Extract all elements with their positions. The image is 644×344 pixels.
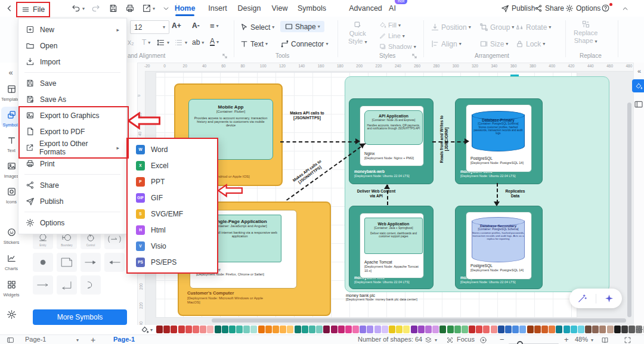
database-secondary-cylinder[interactable]: Database-Secondary [Container: PostgreSQ… [472, 217, 525, 262]
menu-item-export-to-pdf[interactable]: Export to PDF [18, 123, 126, 140]
rotate-button[interactable]: Rotate▾ [515, 23, 551, 32]
color-swatch[interactable] [367, 326, 373, 333]
submenu-item-visio[interactable]: VVisio [128, 238, 217, 254]
focus-label[interactable]: Focus [457, 336, 475, 343]
color-swatch[interactable] [527, 326, 534, 333]
fill-button[interactable]: Fill▾ [379, 21, 401, 29]
collapse-topbar-icon[interactable] [621, 5, 629, 13]
list-button[interactable]: ▾ [174, 38, 187, 47]
page-tab[interactable]: Page-1 [113, 336, 135, 343]
color-swatch[interactable] [338, 326, 345, 333]
color-swatch[interactable] [614, 326, 621, 333]
color-swatch[interactable] [200, 326, 206, 333]
color-swatch[interactable] [505, 326, 512, 333]
text-tool-button[interactable]: Text▾ [240, 39, 268, 48]
color-swatch[interactable] [229, 326, 236, 333]
arrow-right-symbol[interactable] [80, 253, 101, 272]
position-button[interactable]: Position▾ [431, 23, 471, 32]
submenu-item-html[interactable]: HHtml [128, 222, 217, 238]
text-effect-button[interactable]: T▾ [142, 38, 150, 47]
color-swatch[interactable] [389, 326, 395, 333]
submenu-item-excel[interactable]: XExcel [128, 157, 217, 173]
expand-font-group-icon[interactable] [222, 53, 228, 59]
color-swatch[interactable] [519, 326, 526, 333]
menu-item-print[interactable]: Print [18, 156, 126, 172]
help-icon[interactable] [601, 4, 610, 13]
color-swatch[interactable] [512, 326, 519, 333]
sidebar-item-widgets[interactable]: Widgets [0, 280, 23, 297]
color-swatch[interactable] [243, 326, 250, 333]
web-application-container[interactable]: Web Application [Container: Java + Sprin… [364, 218, 423, 254]
panels-icon[interactable] [634, 100, 643, 109]
color-swatch[interactable] [541, 326, 548, 333]
format-panel-button[interactable] [632, 79, 644, 92]
color-swatch[interactable] [287, 326, 293, 333]
increase-font-button[interactable]: A+ [172, 21, 181, 30]
color-swatch[interactable] [302, 326, 308, 333]
fill-caret-icon[interactable]: ▾ [150, 327, 153, 333]
shape-tool-button[interactable]: Shape▾ [280, 21, 324, 32]
zoom-in-button[interactable]: + [564, 335, 569, 344]
fullscreen-icon[interactable] [624, 336, 631, 344]
collapse-panel-icon[interactable]: « [7, 68, 15, 76]
color-swatch[interactable] [628, 326, 635, 333]
color-swatch[interactable] [215, 326, 221, 333]
menu-item-options[interactable]: Options [18, 215, 126, 231]
color-swatch[interactable] [483, 326, 490, 333]
fill-bucket-icon[interactable] [141, 326, 149, 334]
line-spacing-button[interactable]: ▾ [156, 38, 169, 47]
menu-item-new[interactable]: New▸ [18, 21, 126, 38]
submenu-item-ps-eps[interactable]: PSPS/EPS [128, 254, 217, 270]
color-swatch[interactable] [469, 326, 475, 333]
replace-shape-button[interactable]: Replace Shape ▾ [574, 20, 597, 44]
submenu-item-svg-emf[interactable]: SSVG/EMF [128, 206, 217, 222]
add-page-button[interactable]: + [91, 335, 95, 344]
color-swatch[interactable] [432, 326, 439, 333]
color-swatch[interactable] [280, 326, 286, 333]
subscript-button[interactable]: x₂ [128, 38, 134, 47]
color-swatch[interactable] [599, 326, 606, 333]
database-primary-cylinder[interactable]: Database-Primary [Container: PostgreSQL … [472, 111, 525, 151]
color-swatch[interactable] [258, 326, 265, 333]
color-swatch[interactable] [309, 326, 315, 333]
presentation-play-icon[interactable] [479, 336, 487, 344]
arrow-symbol[interactable] [33, 275, 53, 295]
collapse-right-panel-icon[interactable]: « [636, 67, 643, 75]
color-swatch[interactable] [250, 326, 257, 333]
color-swatch[interactable] [316, 326, 323, 333]
horizontal-scrollbar[interactable] [212, 318, 626, 323]
color-swatch[interactable] [352, 326, 359, 333]
tab-symbols[interactable]: Symbols [296, 0, 327, 17]
submenu-item-word[interactable]: WWord [128, 141, 217, 157]
color-swatch[interactable] [193, 326, 199, 333]
ai-sparkle-icon[interactable] [604, 293, 614, 303]
color-swatch[interactable] [549, 326, 555, 333]
color-swatch[interactable] [345, 326, 352, 333]
color-swatch[interactable] [585, 326, 592, 333]
color-swatch[interactable] [207, 326, 213, 333]
more-symbols-button[interactable]: More Symbols [33, 309, 127, 325]
color-swatch[interactable] [578, 326, 584, 333]
file-menu-button[interactable]: File [16, 2, 50, 17]
font-color-button[interactable]: A▾ [210, 38, 219, 46]
color-swatch[interactable] [323, 326, 330, 333]
dot-symbol[interactable] [33, 253, 53, 272]
note-symbol[interactable] [57, 253, 77, 272]
align-button[interactable]: Align▾ [431, 39, 462, 48]
size-button[interactable]: Size▾ [479, 39, 508, 48]
zoom-level[interactable]: 48% [575, 336, 588, 343]
color-swatch[interactable] [439, 326, 446, 333]
arrow-left-symbol[interactable] [104, 253, 125, 272]
color-swatch[interactable] [564, 326, 570, 333]
tab-home[interactable]: Home [174, 0, 196, 17]
tab-view[interactable]: View [270, 0, 290, 17]
color-swatch[interactable] [178, 326, 185, 333]
sidebar-settings-button[interactable] [0, 309, 23, 322]
tab-insert[interactable]: Insert [206, 0, 230, 17]
color-swatch[interactable] [295, 326, 301, 333]
color-swatch[interactable] [382, 326, 388, 333]
font-size-select[interactable]: 12▾ [130, 20, 169, 34]
color-swatch[interactable] [265, 326, 272, 333]
color-swatch[interactable] [462, 326, 468, 333]
page-panel-icon[interactable] [6, 336, 15, 344]
